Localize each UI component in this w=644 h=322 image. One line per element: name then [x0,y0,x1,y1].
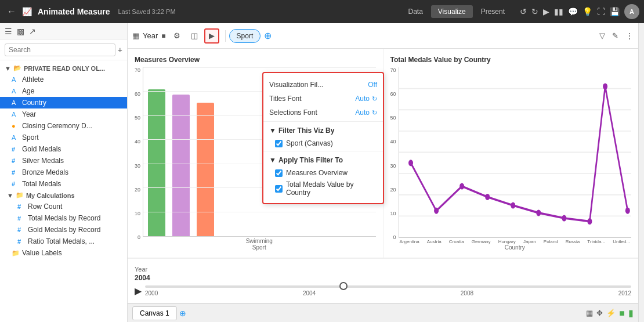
line-y-tick-30: 30 [390,163,396,169]
save-icon[interactable]: 💾 [610,7,620,16]
layers-icon[interactable]: ☰ [5,27,12,36]
back-button[interactable]: ← [5,4,19,19]
collapse-icon[interactable]: ▮ [628,307,634,319]
hash-icon: # [12,169,20,176]
folder-icon: 📂 [13,64,21,72]
search-add-button[interactable]: + [118,45,122,55]
sidebar-item-bronze-medals[interactable]: # Bronze Medals [0,167,127,178]
y-tick-20: 20 [135,187,140,193]
filter-this-viz-label: Filter This Viz By [278,126,334,135]
svg-point-8 [434,208,439,214]
bar-gold [148,89,165,236]
sidebar-item-total-medals-record[interactable]: # Total Medals by Record [0,212,127,224]
undo-icon[interactable]: ↺ [520,7,527,16]
caption-icon[interactable]: ◫ [187,28,202,44]
settings-right-icon[interactable]: ✎ [612,31,618,40]
svg-point-13 [562,215,566,222]
sidebar-item-silver-medals[interactable]: # Silver Medals [0,155,127,167]
settings-icon[interactable]: ⚙ [169,28,184,44]
slider-track-area: 2000 2004 2008 2012 [145,285,631,296]
slider-track[interactable] [145,285,631,288]
item-label: Bronze Medals [22,168,68,176]
folder-icon: 📁 [12,249,20,257]
user-avatar[interactable]: A [624,4,639,19]
comment-icon[interactable]: 💬 [568,7,578,16]
trend-icon[interactable]: ↗ [29,27,36,36]
svg-point-15 [603,83,607,89]
apply-measures-checkbox[interactable] [275,169,283,177]
text-icon: A [12,88,20,95]
collapse-icon-2: ▼ [269,156,276,164]
bar-chart-title: Measures Overview [135,56,376,64]
viz-filter-value: Off [368,81,377,89]
sidebar-item-year[interactable]: A Year [0,108,127,120]
more-options-icon[interactable]: ⋮ [625,31,634,41]
grid-view-icon[interactable]: ▦ [586,309,593,317]
chart-icon[interactable]: ▩ [17,27,24,36]
hash-icon: # [17,226,26,233]
calculations-group-header[interactable]: ▼ 📁 My Calculations [0,190,127,201]
sidebar-item-age[interactable]: A Age [0,85,127,97]
refresh-icon-2[interactable]: ↻ [372,109,377,117]
item-label: Silver Medals [22,157,64,165]
bar-x-axis-label: Sport [143,244,375,251]
fullscreen-icon[interactable]: ⛶ [597,7,605,16]
hash-icon: # [17,215,26,222]
sidebar-item-country[interactable]: A Country [0,97,127,108]
play-button[interactable]: ▶ [135,285,142,296]
sport-pill[interactable]: Sport [229,29,261,43]
sidebar-item-sport[interactable]: A Sport [0,132,127,143]
x-austria: Austria [427,239,442,244]
canvas-tab[interactable]: Canvas 1 [132,306,177,320]
sidebar-item-gold-medals[interactable]: # Gold Medals [0,143,127,155]
filter-sport-canvas-row[interactable]: Sport (Canvas) [263,138,383,149]
grid-icon[interactable]: ■ [161,32,165,40]
group-label: PRIVATE READ ONLY OL... [24,65,105,72]
apply-measures-row[interactable]: Measures Overview [263,167,383,179]
add-canvas-button[interactable]: ⊕ [179,309,186,318]
expand-icon[interactable]: ■ [619,308,625,319]
fit-icon[interactable]: ✥ [596,309,603,317]
x-argentina: Argentina [400,239,419,244]
refresh-icon[interactable]: ↻ [372,95,377,103]
apply-filter-header: ▼ Apply This Filter To [263,153,383,167]
sidebar-item-ratio[interactable]: # Ratio Total Medals, ... [0,236,127,247]
main-layout: ☰ ▩ ↗ + ▼ 📂 PRIVATE READ ONLY OL... A At… [0,23,644,322]
slider-labels: 2000 2004 2008 2012 [145,290,631,296]
sidebar-item-total-medals[interactable]: # Total Medals [0,178,127,190]
nav-tab-visualize[interactable]: Visualize [431,5,473,18]
item-label: Country [22,99,46,107]
y-tick-40: 40 [135,139,140,144]
play-icon[interactable]: ▶ [543,7,549,16]
lightning-icon[interactable]: ⚡ [606,309,616,317]
sidebar-item-athlete[interactable]: A Athlete [0,74,127,85]
nav-tab-data[interactable]: Data [401,5,429,18]
nav-tab-present[interactable]: Present [474,5,512,18]
bar-silver [172,95,190,236]
sidebar-item-closing-ceremony[interactable]: ● Closing Ceremony D... [0,120,127,132]
sidebar-item-value-labels[interactable]: 📁 Value Labels [0,247,127,259]
search-input[interactable] [5,44,115,56]
filter-sport-canvas-checkbox[interactable] [275,140,283,147]
apply-total-medals-checkbox[interactable] [275,185,283,193]
sidebar-item-gold-medals-record[interactable]: # Gold Medals by Record [0,224,127,236]
add-pill-button[interactable]: ⊕ [264,30,272,41]
duplicate-icon[interactable]: ▮▮ [554,7,563,16]
x-trinidad: Trinida... [587,239,605,244]
selections-font-value: Auto [355,108,370,117]
y-tick-0: 0 [138,234,140,240]
filter-icon[interactable]: ▶ [204,28,219,44]
x-croatia: Croatia [449,239,464,244]
item-label: Closing Ceremony D... [22,122,92,130]
lightbulb-icon[interactable]: 💡 [583,7,592,16]
redo-icon[interactable]: ↻ [531,7,538,16]
slider-container: ▶ 2000 2004 2008 2012 [135,285,631,296]
apply-total-medals-row[interactable]: Total Medals Value by Country [263,179,383,198]
right-scrollbar[interactable] [638,23,644,322]
filter-right-icon[interactable]: ▽ [599,31,605,40]
nav-tabs: Data Visualize Present [401,5,512,18]
slider-thumb[interactable] [339,282,348,290]
sidebar-item-row-count[interactable]: # Row Count [0,201,127,212]
bottom-tab-icons: ▦ ✥ ⚡ ■ ▮ [586,307,634,319]
sidebar-group-header[interactable]: ▼ 📂 PRIVATE READ ONLY OL... [0,63,127,74]
